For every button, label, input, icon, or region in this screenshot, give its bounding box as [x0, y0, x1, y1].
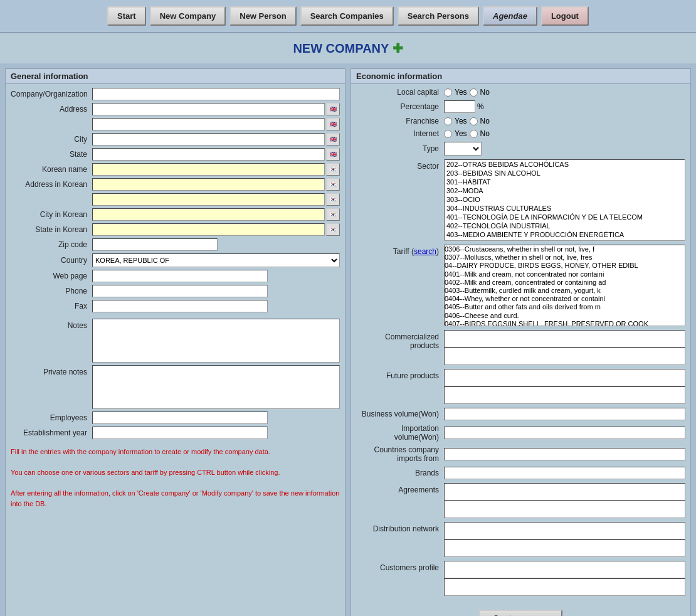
- private-notes-textarea[interactable]: [92, 365, 340, 409]
- kr-flag-button-addr2[interactable]: 🇰🇷: [326, 193, 340, 206]
- private-notes-label: Private notes: [11, 365, 92, 376]
- internet-no-label: No: [480, 129, 490, 138]
- employees-row: Employees: [11, 412, 340, 424]
- state-label: State: [11, 150, 92, 159]
- tariff-label: Tariff (search): [356, 245, 444, 256]
- employees-input[interactable]: [92, 412, 268, 424]
- establishment-year-input[interactable]: [92, 427, 268, 439]
- logout-button[interactable]: Logout: [541, 6, 589, 26]
- address-korean-input-1[interactable]: [92, 178, 325, 191]
- importation-volume-input[interactable]: [444, 427, 685, 439]
- franchise-radio-group: Yes No: [444, 117, 490, 125]
- search-companies-button[interactable]: Search Companies: [300, 6, 394, 26]
- agreements-textarea-1[interactable]: [444, 483, 685, 501]
- kr-flag-button-state[interactable]: 🇰🇷: [326, 223, 340, 236]
- state-input[interactable]: [92, 148, 325, 161]
- general-info-form: Company/Organization Address 🇬🇧 🇬🇧 City …: [6, 84, 345, 319]
- info-text-2: You can choose one or various sectors an…: [11, 467, 340, 478]
- address-row-1: Address 🇬🇧: [11, 103, 340, 115]
- future-products-label: Future products: [356, 369, 444, 380]
- importation-volume-label: Importation volume(Won): [356, 424, 444, 442]
- sector-listbox[interactable]: 202--OTRAS BEBIDAS ALCOHÓLICAS203--BEBID…: [444, 159, 685, 241]
- internet-yes-radio[interactable]: [444, 130, 452, 138]
- uk-flag-button-1[interactable]: 🇬🇧: [326, 103, 340, 115]
- fax-input[interactable]: [92, 300, 268, 312]
- company-org-row: Company/Organization: [11, 88, 340, 100]
- korean-name-label: Korean name: [11, 165, 92, 174]
- franchise-no-radio[interactable]: [470, 117, 478, 125]
- agreements-row: Agreements: [356, 483, 685, 518]
- uk-flag-button-2[interactable]: 🇬🇧: [326, 118, 340, 130]
- tariff-listbox[interactable]: 0306--Crustaceans, whether in shell or n…: [444, 245, 685, 326]
- future-products-textarea-1[interactable]: [444, 369, 685, 386]
- percentage-row: Percentage %: [356, 100, 685, 113]
- city-label: City: [11, 135, 92, 144]
- state-row: State 🇬🇧: [11, 148, 340, 161]
- zip-code-input[interactable]: [92, 238, 218, 251]
- address-input-1[interactable]: [92, 103, 325, 115]
- kr-flag-button-city[interactable]: 🇰🇷: [326, 208, 340, 221]
- tariff-row: Tariff (search) 0306--Crustaceans, wheth…: [356, 245, 685, 326]
- distribution-network-textarea-2[interactable]: [444, 539, 685, 557]
- city-input[interactable]: [92, 133, 325, 146]
- city-korean-label: City in Korean: [11, 210, 92, 219]
- web-page-input[interactable]: [92, 270, 268, 282]
- economic-info-form: Local capital Yes No Percentage % Franch…: [351, 84, 690, 603]
- country-select[interactable]: KOREA, REPUBLIC OF: [92, 253, 340, 267]
- internet-no-radio[interactable]: [470, 130, 478, 138]
- type-select[interactable]: [444, 142, 482, 156]
- zip-code-row: Zip code: [11, 238, 340, 251]
- notes-section: Notes Private notes Employees Establishm…: [6, 319, 345, 439]
- franchise-label: Franchise: [356, 117, 444, 125]
- info-text-section: Fill in the entries with the company inf…: [6, 442, 345, 514]
- agreements-wrapper: [444, 483, 685, 518]
- customers-profile-textarea-1[interactable]: [444, 561, 685, 578]
- countries-imports-input[interactable]: [444, 448, 685, 460]
- local-capital-no-radio[interactable]: [470, 88, 478, 97]
- korean-name-input[interactable]: [92, 163, 325, 176]
- uk-flag-button-city[interactable]: 🇬🇧: [326, 133, 340, 146]
- type-row: Type: [356, 142, 685, 156]
- korean-name-row: Korean name 🇰🇷: [11, 163, 340, 176]
- country-label: Country: [11, 256, 92, 265]
- notes-textarea[interactable]: [92, 319, 340, 363]
- tariff-search-link[interactable]: search: [414, 247, 436, 256]
- uk-flag-button-state[interactable]: 🇬🇧: [326, 148, 340, 161]
- new-person-button[interactable]: New Person: [229, 6, 296, 26]
- future-products-textarea-2[interactable]: [444, 386, 685, 404]
- customers-profile-row: Customers profile: [356, 561, 685, 596]
- agreements-textarea-2[interactable]: [444, 501, 685, 518]
- phone-input[interactable]: [92, 285, 268, 297]
- future-products-wrapper: [444, 369, 685, 404]
- create-company-button[interactable]: Create company: [479, 610, 562, 616]
- distribution-network-textarea-1[interactable]: [444, 522, 685, 539]
- agendae-button[interactable]: Agendae: [483, 6, 537, 26]
- economic-info-panel: Economic information Local capital Yes N…: [351, 68, 691, 616]
- percentage-input[interactable]: [444, 100, 475, 113]
- company-org-label: Company/Organization: [11, 90, 92, 98]
- kr-flag-button-addr1[interactable]: 🇰🇷: [326, 178, 340, 191]
- employees-label: Employees: [11, 413, 92, 422]
- new-company-button[interactable]: New Company: [150, 6, 226, 26]
- establishment-year-row: Establishment year: [11, 427, 340, 439]
- state-korean-label: State in Korean: [11, 225, 92, 234]
- franchise-row: Franchise Yes No: [356, 117, 685, 125]
- commercialized-products-textarea-1[interactable]: [444, 330, 685, 348]
- customers-profile-textarea-2[interactable]: [444, 578, 685, 596]
- state-korean-input[interactable]: [92, 223, 325, 236]
- commercialized-products-wrapper: [444, 330, 685, 365]
- franchise-yes-radio[interactable]: [444, 117, 452, 125]
- local-capital-yes-radio[interactable]: [444, 88, 452, 97]
- create-button-row: Create company: [351, 603, 690, 616]
- company-org-input[interactable]: [92, 88, 340, 100]
- city-korean-input[interactable]: [92, 208, 325, 221]
- address-input-2[interactable]: [92, 118, 325, 130]
- start-button[interactable]: Start: [107, 6, 146, 26]
- address-korean-input-2[interactable]: [92, 193, 325, 206]
- business-volume-input[interactable]: [444, 408, 685, 420]
- commercialized-products-textarea-2[interactable]: [444, 348, 685, 365]
- kr-flag-button-name[interactable]: 🇰🇷: [326, 163, 340, 176]
- info-text-1: Fill in the entries with the company inf…: [11, 447, 340, 457]
- search-persons-button[interactable]: Search Persons: [398, 6, 479, 26]
- brands-input[interactable]: [444, 467, 685, 479]
